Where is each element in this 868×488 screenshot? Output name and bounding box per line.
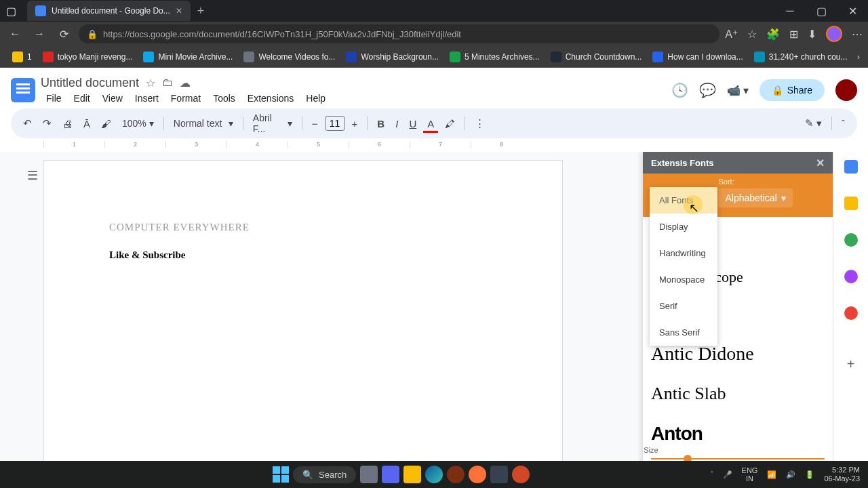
menu-view[interactable]: View [97, 92, 128, 105]
paint-format-button[interactable]: 🖌 [97, 114, 115, 134]
sound-icon[interactable]: 🔊 [786, 470, 795, 479]
move-icon[interactable]: 🗀 [162, 77, 173, 89]
docs-logo-icon[interactable] [11, 78, 35, 102]
print-button[interactable]: 🖨 [58, 114, 77, 134]
filter-option[interactable]: Handwriting [650, 240, 717, 266]
font-select[interactable]: Abril F...▾ [249, 110, 296, 137]
filter-option[interactable]: All Fonts [650, 187, 717, 214]
filter-option[interactable]: Serif [650, 293, 717, 319]
browser-tab[interactable]: Untitled document - Google Do... ✕ [27, 1, 191, 21]
bookmark-item[interactable]: 31,240+ church cou... [750, 49, 852, 65]
font-size-input[interactable]: 11 [325, 116, 345, 131]
address-bar[interactable]: 🔒 https://docs.google.com/document/d/16C… [79, 24, 719, 43]
edge-icon[interactable] [425, 466, 443, 483]
text-color-button[interactable]: A [423, 114, 438, 133]
history-icon[interactable]: 🕓 [671, 82, 688, 98]
menu-insert[interactable]: Insert [130, 92, 164, 105]
app-icon-2[interactable] [447, 466, 465, 483]
menu-icon[interactable]: ⋯ [852, 28, 863, 41]
paragraph-style-select[interactable]: Normal text▾ [170, 115, 237, 131]
contacts-icon[interactable] [844, 270, 858, 283]
menu-edit[interactable]: Edit [68, 92, 96, 105]
tray-overflow-icon[interactable]: ˆ [711, 470, 713, 479]
bookmark-item[interactable]: 1 [8, 49, 36, 65]
collapse-toolbar-button[interactable]: ˆ [837, 114, 849, 134]
bookmark-item[interactable]: Church Countdown... [547, 49, 646, 65]
spellcheck-button[interactable]: Ā [79, 114, 94, 134]
collections-icon[interactable]: ⊞ [789, 28, 798, 41]
undo-button[interactable]: ↶ [19, 113, 36, 134]
more-toolbar-button[interactable]: ⋮ [471, 113, 489, 134]
share-button[interactable]: 🔒 Share [760, 79, 825, 101]
tab-actions-icon[interactable]: ▢ [0, 0, 22, 22]
back-button[interactable]: ← [5, 28, 24, 40]
mic-icon[interactable]: 🎤 [723, 470, 732, 479]
account-avatar[interactable] [835, 79, 857, 101]
battery-icon[interactable]: 🔋 [805, 470, 814, 479]
menu-extensions[interactable]: Extensions [242, 92, 299, 105]
maps-icon[interactable] [844, 306, 858, 320]
comments-icon[interactable]: 💬 [699, 82, 716, 98]
task-view-icon[interactable] [360, 466, 378, 483]
italic-button[interactable]: I [391, 114, 402, 134]
app-icon-3[interactable] [490, 466, 508, 483]
minimize-button[interactable]: ─ [774, 0, 806, 22]
explorer-icon[interactable] [403, 466, 421, 483]
menu-help[interactable]: Help [300, 92, 331, 105]
decrease-font-button[interactable]: − [308, 114, 322, 134]
downloads-icon[interactable]: ⬇ [808, 28, 816, 41]
powerpoint-icon[interactable] [512, 466, 530, 483]
close-window-button[interactable]: ✕ [837, 0, 868, 22]
sort-select[interactable]: Alphabetical▾ [718, 188, 792, 207]
bookmark-item[interactable]: How can I downloa... [648, 49, 747, 65]
menu-format[interactable]: Format [165, 92, 206, 105]
bold-button[interactable]: B [373, 114, 389, 134]
filter-option[interactable]: Monospace [650, 266, 717, 293]
add-addon-icon[interactable]: + [847, 357, 855, 372]
keep-icon[interactable] [844, 197, 858, 210]
ruler[interactable]: 12345678 [43, 141, 857, 152]
underline-button[interactable]: U [405, 114, 420, 134]
refresh-button[interactable]: ⟳ [54, 28, 73, 41]
taskbar-search[interactable]: 🔍 Search [293, 466, 356, 483]
close-tab-icon[interactable]: ✕ [176, 6, 182, 16]
increase-font-button[interactable]: + [348, 114, 362, 134]
favorites-icon[interactable]: ☆ [747, 28, 757, 41]
menu-tools[interactable]: Tools [208, 92, 241, 105]
zoom-select[interactable]: 100%▾ [118, 115, 158, 131]
start-button[interactable] [273, 466, 289, 483]
font-item[interactable]: Antic Slab [651, 374, 825, 413]
doc-title[interactable]: Untitled document [41, 76, 139, 90]
bookmark-item[interactable]: tokyo Manji reveng... [39, 49, 137, 65]
menu-file[interactable]: File [41, 92, 67, 105]
bookmark-item[interactable]: 5 Minutes Archives... [446, 49, 544, 65]
filter-option[interactable]: Sans Serif [650, 319, 717, 346]
extensions-icon[interactable]: 🧩 [766, 28, 780, 41]
app-icon[interactable] [382, 466, 399, 483]
language-indicator[interactable]: ENGIN [742, 466, 758, 483]
bookmark-item[interactable]: Welcome Videos fo... [239, 49, 339, 65]
firefox-icon[interactable] [469, 466, 486, 483]
editing-mode-button[interactable]: ✎ ▾ [801, 113, 826, 134]
bookmark-item[interactable]: Worship Backgroun... [342, 49, 443, 65]
star-icon[interactable]: ☆ [146, 77, 155, 89]
size-slider[interactable]: Size [651, 446, 825, 460]
forward-button[interactable]: → [30, 28, 49, 40]
close-panel-icon[interactable]: ✕ [816, 157, 825, 169]
maximize-button[interactable]: ▢ [806, 0, 837, 22]
read-aloud-icon[interactable]: A⁺ [725, 28, 738, 41]
document-page[interactable]: COMPUTER EVERYWHERE Like & Subscribe [43, 160, 563, 461]
outline-button[interactable]: ☰ [27, 168, 38, 183]
filter-option[interactable]: Display [650, 214, 717, 240]
profile-avatar[interactable] [826, 26, 842, 42]
bookmarks-overflow-icon[interactable]: › [857, 52, 860, 62]
highlight-button[interactable]: 🖍 [441, 114, 459, 134]
new-tab-button[interactable]: + [191, 4, 212, 18]
clock[interactable]: 5:32 PM06-May-23 [824, 466, 860, 483]
tasks-icon[interactable] [844, 233, 858, 247]
calendar-icon[interactable] [844, 160, 858, 174]
redo-button[interactable]: ↷ [39, 113, 56, 134]
meet-button[interactable]: 📹▾ [727, 84, 749, 97]
bookmark-item[interactable]: Mini Movie Archive... [139, 49, 237, 65]
wifi-icon[interactable]: 📶 [767, 470, 776, 479]
